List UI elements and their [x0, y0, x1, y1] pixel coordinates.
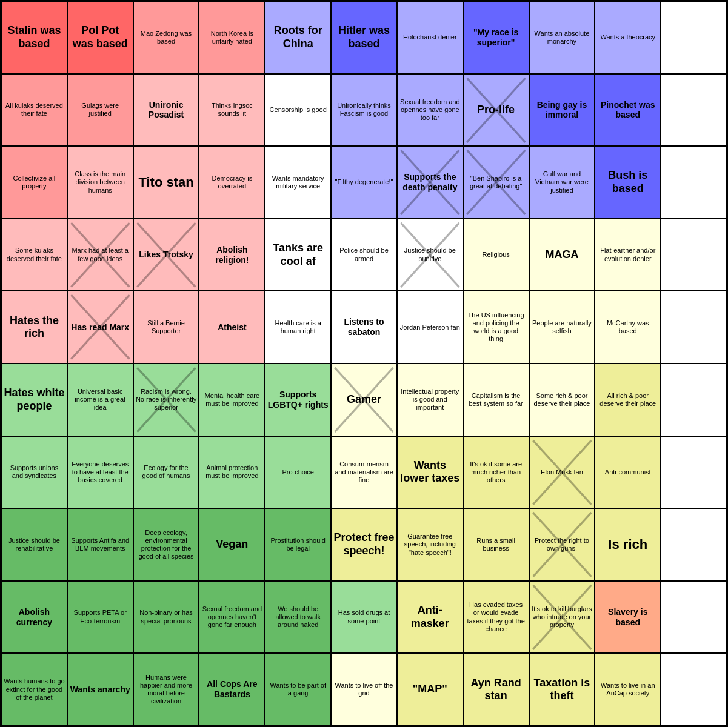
cell-r3-c7: Supports the death penalty [397, 146, 463, 219]
cell-r6-c5: Supports LGBTQ+ rights [265, 364, 331, 436]
cell-text-r9-c8: Has evaded taxes or would evade taxes if… [466, 601, 527, 633]
cell-text-r7-c8: It's ok if some are much richer than oth… [466, 460, 527, 485]
cell-r5-c2: Has read Marx [67, 291, 133, 364]
cell-text-r9-c9: It's ok to kill burglars who intrude on … [532, 605, 593, 629]
cell-text-r4-c4: Abolish religion! [201, 245, 262, 265]
cell-r4-c10: Flat-earther and/or evolution denier [595, 219, 661, 291]
cell-text-r8-c4: Vegan [216, 538, 248, 551]
cell-r2-c11 [661, 74, 727, 147]
cell-r4-c5: Tanks are cool af [265, 219, 331, 291]
cell-r1-c3: Mao Zedong was based [133, 1, 199, 74]
cell-text-r5-c8: The US influencing and policing the worl… [466, 311, 527, 344]
cell-text-r5-c3: Still a Bernie Supporter [136, 319, 197, 335]
cell-r4-c2: Marx had at least a few good ideas [67, 219, 133, 291]
cell-r10-c6: Wants to live off the grid [331, 653, 397, 726]
cell-r3-c1: Collectivize all property [1, 146, 67, 219]
cell-r9-c7: Anti-masker [397, 581, 463, 654]
cell-r8-c5: Prostitution should be legal [265, 508, 331, 581]
cell-r8-c7: Guarantee free speech, including "hate s… [397, 508, 463, 581]
cell-r3-c3: Tito stan [133, 146, 199, 219]
cell-r9-c11 [661, 581, 727, 654]
cell-r2-c10: Pinochet was based [595, 74, 661, 147]
cell-r6-c8: Capitalism is the best system so far [463, 364, 529, 436]
cell-r5-c5: Health care is a human right [265, 291, 331, 364]
cell-text-r7-c2: Everyone deserves to have at least the b… [70, 460, 131, 485]
cell-r4-c6: Police should be armed [331, 219, 397, 291]
cell-text-r10-c5: Wants to be part of a gang [267, 682, 329, 697]
cell-r3-c10: Bush is based [595, 146, 661, 219]
cell-r5-c8: The US influencing and policing the worl… [463, 291, 529, 364]
cell-text-r8-c3: Deep ecology, environmental protection f… [136, 529, 197, 561]
cell-r1-c2: Pol Pot was based [67, 1, 133, 74]
cell-text-r2-c6: Unironically thinks Fascism is good [333, 102, 395, 118]
cell-text-r8-c8: Runs a small business [466, 537, 527, 553]
cell-r1-c5: Roots for China [265, 1, 331, 74]
cell-r7-c9: Elon Musk fan [529, 436, 595, 509]
cell-text-r3-c1: Collectivize all property [4, 174, 65, 190]
cell-r4-c9: MAGA [529, 219, 595, 291]
cell-text-r9-c10: Slavery is based [597, 607, 658, 628]
cell-r2-c8: Pro-life [463, 74, 529, 147]
cell-text-r2-c3: Unironic Posadist [136, 100, 197, 121]
cell-text-r6-c10: All rich & poor deserve their place [597, 392, 658, 408]
cell-r9-c9: It's ok to kill burglars who intrude on … [529, 581, 595, 654]
cell-text-r7-c10: Anti-communist [605, 468, 651, 476]
cell-text-r3-c6: "Filthy degenerate!" [335, 178, 393, 186]
cell-text-r9-c4: Sexual freedom and opennes haven't gone … [201, 605, 262, 629]
cell-text-r6-c3: Racism is wrong. No race is inherently s… [136, 388, 197, 412]
cell-text-r1-c2: Pol Pot was based [70, 24, 131, 50]
cell-r6-c3: Racism is wrong. No race is inherently s… [133, 364, 199, 436]
cell-text-r10-c6: Wants to live off the grid [333, 682, 395, 697]
cell-r7-c4: Animal protection must be improved [199, 436, 265, 509]
cell-text-r5-c4: Atheist [218, 322, 246, 333]
cell-r8-c11 [661, 508, 727, 581]
cell-text-r7-c4: Animal protection must be improved [201, 464, 262, 480]
cell-r3-c11 [661, 146, 727, 219]
cell-text-r3-c2: Class is the main division between human… [70, 170, 131, 194]
cell-r7-c2: Everyone deserves to have at least the b… [67, 436, 133, 509]
cell-r5-c4: Atheist [199, 291, 265, 364]
cell-r7-c7: Wants lower taxes [397, 436, 463, 509]
cell-r8-c2: Supports Antifa and BLM movements [67, 508, 133, 581]
cell-text-r2-c1: All kulaks deserved their fate [4, 102, 65, 118]
cell-text-r1-c8: "My race is superior" [466, 27, 527, 48]
cell-text-r8-c7: Guarantee free speech, including "hate s… [399, 533, 461, 557]
cell-r9-c1: Abolish currency [1, 581, 67, 654]
cell-r1-c10: Wants a theocracy [595, 1, 661, 74]
cell-r8-c1: Justice should be rehabilitative [1, 508, 67, 581]
cell-text-r4-c6: Police should be armed [333, 247, 395, 262]
cell-text-r5-c6: Listens to sabaton [333, 317, 395, 337]
cell-text-r6-c7: Intellectual property is good and import… [399, 388, 461, 412]
cell-text-r10-c9: Taxation is theft [532, 677, 593, 703]
cell-r4-c7: Justice should be punitive [397, 219, 463, 291]
cell-text-r3-c7: Supports the death penalty [399, 172, 461, 193]
cell-text-r8-c9: Protect the right to own guns! [532, 537, 593, 553]
cell-r10-c5: Wants to be part of a gang [265, 653, 331, 726]
cell-text-r4-c1: Some kulaks deserved their fate [4, 247, 65, 262]
cell-text-r7-c3: Ecology for the good of humans [136, 464, 197, 480]
cell-r3-c6: "Filthy degenerate!" [331, 146, 397, 219]
cell-text-r2-c8: Pro-life [477, 104, 515, 117]
cell-text-r7-c7: Wants lower taxes [399, 459, 461, 485]
cell-text-r7-c1: Supports unions and syndicates [4, 464, 65, 480]
cell-text-r1-c5: Roots for China [267, 24, 329, 50]
cell-r7-c10: Anti-communist [595, 436, 661, 509]
cell-text-r1-c9: Wants an absolute monarchy [532, 30, 593, 45]
cell-text-r6-c6: Gamer [347, 393, 381, 407]
cell-r7-c8: It's ok if some are much richer than oth… [463, 436, 529, 509]
cell-r10-c3: Humans were happier and more moral befor… [133, 653, 199, 726]
cell-text-r8-c1: Justice should be rehabilitative [4, 537, 65, 553]
cell-r5-c9: People are naturally selfish [529, 291, 595, 364]
cell-r1-c7: Holochaust denier [397, 1, 463, 74]
cell-r8-c3: Deep ecology, environmental protection f… [133, 508, 199, 581]
cell-r5-c10: McCarthy was based [595, 291, 661, 364]
cell-text-r10-c8: Ayn Rand stan [466, 677, 527, 703]
cell-text-r5-c7: Jordan Peterson fan [400, 324, 460, 331]
cell-text-r5-c1: Hates the rich [4, 314, 65, 340]
cell-r8-c4: Vegan [199, 508, 265, 581]
cell-r2-c1: All kulaks deserved their fate [1, 74, 67, 147]
cell-r5-c3: Still a Bernie Supporter [133, 291, 199, 364]
cell-r3-c2: Class is the main division between human… [67, 146, 133, 219]
cell-text-r4-c9: MAGA [545, 248, 578, 262]
cell-text-r4-c7: Justice should be punitive [399, 247, 461, 262]
